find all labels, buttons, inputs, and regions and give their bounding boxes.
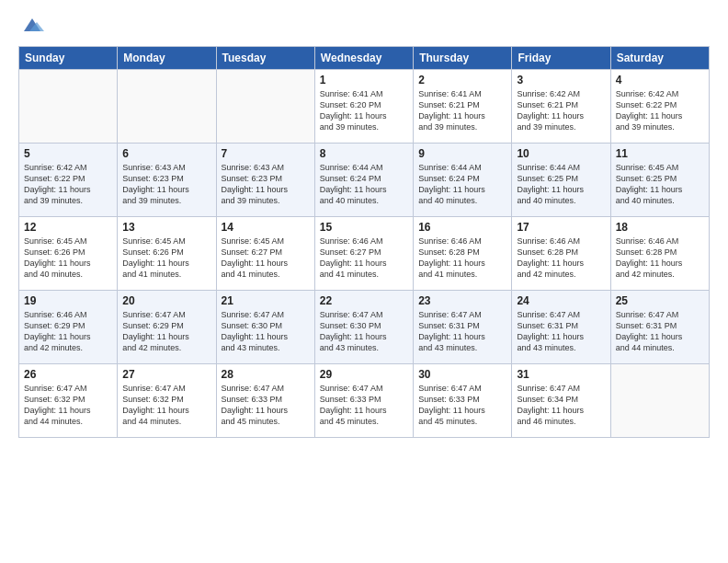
calendar-cell: 18Sunrise: 6:46 AM Sunset: 6:28 PM Dayli… bbox=[610, 217, 709, 291]
weekday-header: Sunday bbox=[19, 47, 118, 70]
day-number: 6 bbox=[122, 147, 210, 160]
day-number: 2 bbox=[418, 74, 506, 86]
day-number: 27 bbox=[122, 368, 210, 381]
calendar-cell: 15Sunrise: 6:46 AM Sunset: 6:27 PM Dayli… bbox=[314, 217, 413, 291]
day-info: Sunrise: 6:42 AM Sunset: 6:22 PM Dayligh… bbox=[616, 88, 704, 133]
day-number: 23 bbox=[418, 294, 506, 307]
day-number: 5 bbox=[24, 147, 112, 160]
day-info: Sunrise: 6:45 AM Sunset: 6:26 PM Dayligh… bbox=[122, 236, 210, 281]
day-number: 1 bbox=[320, 74, 408, 86]
day-info: Sunrise: 6:41 AM Sunset: 6:21 PM Dayligh… bbox=[418, 88, 506, 133]
day-number: 24 bbox=[517, 294, 605, 307]
day-info: Sunrise: 6:47 AM Sunset: 6:31 PM Dayligh… bbox=[517, 309, 605, 354]
calendar-cell: 4Sunrise: 6:42 AM Sunset: 6:22 PM Daylig… bbox=[610, 70, 709, 144]
weekday-header: Monday bbox=[118, 47, 216, 70]
calendar-cell: 24Sunrise: 6:47 AM Sunset: 6:31 PM Dayli… bbox=[512, 291, 610, 364]
calendar-cell: 17Sunrise: 6:46 AM Sunset: 6:28 PM Dayli… bbox=[512, 217, 610, 291]
day-info: Sunrise: 6:44 AM Sunset: 6:24 PM Dayligh… bbox=[418, 162, 506, 207]
day-number: 9 bbox=[418, 147, 506, 160]
day-info: Sunrise: 6:42 AM Sunset: 6:22 PM Dayligh… bbox=[24, 162, 112, 207]
day-number: 15 bbox=[320, 221, 408, 234]
calendar-cell: 2Sunrise: 6:41 AM Sunset: 6:21 PM Daylig… bbox=[414, 70, 512, 144]
calendar-cell: 20Sunrise: 6:47 AM Sunset: 6:29 PM Dayli… bbox=[118, 291, 216, 364]
day-info: Sunrise: 6:45 AM Sunset: 6:26 PM Dayligh… bbox=[24, 236, 112, 281]
day-number: 19 bbox=[24, 294, 112, 307]
calendar-cell: 22Sunrise: 6:47 AM Sunset: 6:30 PM Dayli… bbox=[314, 291, 413, 364]
logo-text-block bbox=[18, 15, 44, 37]
calendar-cell: 14Sunrise: 6:45 AM Sunset: 6:27 PM Dayli… bbox=[216, 217, 314, 291]
day-info: Sunrise: 6:47 AM Sunset: 6:33 PM Dayligh… bbox=[418, 383, 506, 428]
day-info: Sunrise: 6:41 AM Sunset: 6:20 PM Dayligh… bbox=[320, 88, 408, 133]
day-number: 14 bbox=[222, 221, 310, 234]
day-number: 21 bbox=[222, 294, 310, 307]
day-info: Sunrise: 6:43 AM Sunset: 6:23 PM Dayligh… bbox=[222, 162, 310, 207]
logo-general bbox=[18, 15, 44, 37]
calendar-cell: 26Sunrise: 6:47 AM Sunset: 6:32 PM Dayli… bbox=[19, 364, 118, 438]
calendar-cell: 1Sunrise: 6:41 AM Sunset: 6:20 PM Daylig… bbox=[314, 70, 413, 144]
day-number: 13 bbox=[122, 221, 210, 234]
day-number: 28 bbox=[222, 368, 310, 381]
day-number: 3 bbox=[517, 74, 605, 86]
day-info: Sunrise: 6:47 AM Sunset: 6:31 PM Dayligh… bbox=[616, 309, 704, 354]
day-info: Sunrise: 6:46 AM Sunset: 6:28 PM Dayligh… bbox=[616, 236, 704, 281]
header bbox=[18, 15, 710, 37]
day-number: 26 bbox=[24, 368, 112, 381]
calendar-cell: 27Sunrise: 6:47 AM Sunset: 6:32 PM Dayli… bbox=[118, 364, 216, 438]
calendar-cell: 12Sunrise: 6:45 AM Sunset: 6:26 PM Dayli… bbox=[19, 217, 118, 291]
calendar-cell: 19Sunrise: 6:46 AM Sunset: 6:29 PM Dayli… bbox=[19, 291, 118, 364]
weekday-header: Tuesday bbox=[216, 47, 314, 70]
page: SundayMondayTuesdayWednesdayThursdayFrid… bbox=[0, 0, 728, 563]
calendar-cell: 21Sunrise: 6:47 AM Sunset: 6:30 PM Dayli… bbox=[216, 291, 314, 364]
day-number: 17 bbox=[517, 221, 605, 234]
calendar-cell bbox=[118, 70, 216, 144]
calendar-cell: 5Sunrise: 6:42 AM Sunset: 6:22 PM Daylig… bbox=[19, 144, 118, 217]
calendar: SundayMondayTuesdayWednesdayThursdayFrid… bbox=[18, 46, 710, 438]
day-info: Sunrise: 6:47 AM Sunset: 6:31 PM Dayligh… bbox=[418, 309, 506, 354]
calendar-cell: 28Sunrise: 6:47 AM Sunset: 6:33 PM Dayli… bbox=[216, 364, 314, 438]
day-number: 20 bbox=[122, 294, 210, 307]
day-info: Sunrise: 6:46 AM Sunset: 6:27 PM Dayligh… bbox=[320, 236, 408, 281]
day-info: Sunrise: 6:45 AM Sunset: 6:27 PM Dayligh… bbox=[222, 236, 310, 281]
calendar-cell: 9Sunrise: 6:44 AM Sunset: 6:24 PM Daylig… bbox=[414, 144, 512, 217]
day-info: Sunrise: 6:47 AM Sunset: 6:33 PM Dayligh… bbox=[320, 383, 408, 428]
calendar-cell: 30Sunrise: 6:47 AM Sunset: 6:33 PM Dayli… bbox=[414, 364, 512, 438]
day-number: 8 bbox=[320, 147, 408, 160]
day-info: Sunrise: 6:47 AM Sunset: 6:32 PM Dayligh… bbox=[24, 383, 112, 428]
calendar-cell: 31Sunrise: 6:47 AM Sunset: 6:34 PM Dayli… bbox=[512, 364, 610, 438]
day-number: 30 bbox=[418, 368, 506, 381]
calendar-cell: 13Sunrise: 6:45 AM Sunset: 6:26 PM Dayli… bbox=[118, 217, 216, 291]
day-info: Sunrise: 6:47 AM Sunset: 6:32 PM Dayligh… bbox=[122, 383, 210, 428]
weekday-header: Friday bbox=[512, 47, 610, 70]
weekday-header: Wednesday bbox=[314, 47, 413, 70]
calendar-cell: 7Sunrise: 6:43 AM Sunset: 6:23 PM Daylig… bbox=[216, 144, 314, 217]
day-number: 4 bbox=[616, 74, 704, 86]
day-info: Sunrise: 6:44 AM Sunset: 6:25 PM Dayligh… bbox=[517, 162, 605, 207]
calendar-cell: 29Sunrise: 6:47 AM Sunset: 6:33 PM Dayli… bbox=[314, 364, 413, 438]
calendar-cell: 8Sunrise: 6:44 AM Sunset: 6:24 PM Daylig… bbox=[314, 144, 413, 217]
day-info: Sunrise: 6:44 AM Sunset: 6:24 PM Dayligh… bbox=[320, 162, 408, 207]
day-info: Sunrise: 6:46 AM Sunset: 6:28 PM Dayligh… bbox=[517, 236, 605, 281]
day-info: Sunrise: 6:42 AM Sunset: 6:21 PM Dayligh… bbox=[517, 88, 605, 133]
day-info: Sunrise: 6:43 AM Sunset: 6:23 PM Dayligh… bbox=[122, 162, 210, 207]
calendar-cell: 6Sunrise: 6:43 AM Sunset: 6:23 PM Daylig… bbox=[118, 144, 216, 217]
day-number: 25 bbox=[616, 294, 704, 307]
day-info: Sunrise: 6:47 AM Sunset: 6:30 PM Dayligh… bbox=[320, 309, 408, 354]
calendar-cell: 25Sunrise: 6:47 AM Sunset: 6:31 PM Dayli… bbox=[610, 291, 709, 364]
day-number: 31 bbox=[517, 368, 605, 381]
day-info: Sunrise: 6:46 AM Sunset: 6:28 PM Dayligh… bbox=[418, 236, 506, 281]
calendar-cell bbox=[216, 70, 314, 144]
day-info: Sunrise: 6:47 AM Sunset: 6:29 PM Dayligh… bbox=[122, 309, 210, 354]
day-info: Sunrise: 6:47 AM Sunset: 6:34 PM Dayligh… bbox=[517, 383, 605, 428]
day-info: Sunrise: 6:47 AM Sunset: 6:33 PM Dayligh… bbox=[222, 383, 310, 428]
day-number: 11 bbox=[616, 147, 704, 160]
day-number: 10 bbox=[517, 147, 605, 160]
day-number: 18 bbox=[616, 221, 704, 234]
day-number: 7 bbox=[222, 147, 310, 160]
calendar-cell bbox=[610, 364, 709, 438]
day-number: 16 bbox=[418, 221, 506, 234]
weekday-header: Thursday bbox=[414, 47, 512, 70]
calendar-cell bbox=[19, 70, 118, 144]
logo-icon bbox=[20, 15, 44, 35]
day-info: Sunrise: 6:45 AM Sunset: 6:25 PM Dayligh… bbox=[616, 162, 704, 207]
calendar-cell: 3Sunrise: 6:42 AM Sunset: 6:21 PM Daylig… bbox=[512, 70, 610, 144]
